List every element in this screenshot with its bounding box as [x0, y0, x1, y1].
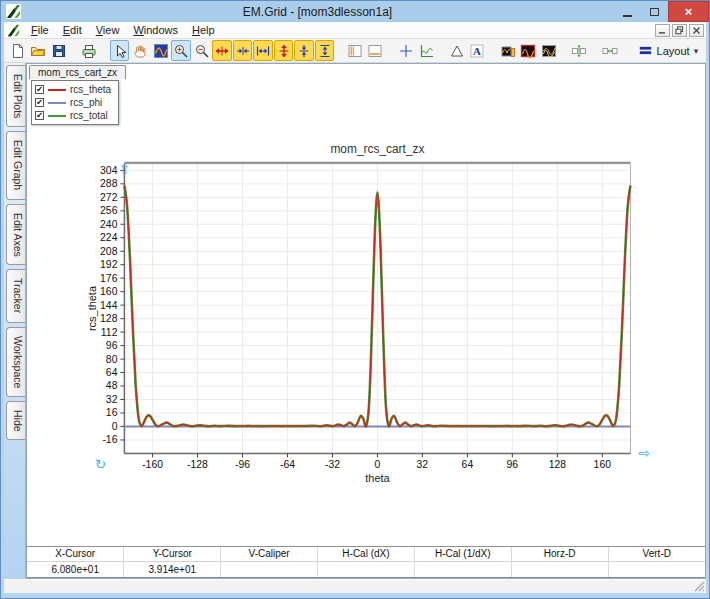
- x-tick-label: 160: [594, 459, 612, 470]
- layout-button[interactable]: Layout▾: [631, 40, 706, 61]
- cursor-readout-table: X-CursorY-CursorV-CaliperH-Cal (dX)H-Cal…: [27, 546, 705, 578]
- pointer-icon: [112, 43, 128, 59]
- mdi-restore-button[interactable]: [672, 24, 687, 37]
- dock-tabstrip: Edit PlotsEdit GraphEdit AxesTrackerWork…: [4, 63, 26, 579]
- legend-checkbox-rcs_theta[interactable]: ✔: [35, 85, 44, 94]
- edit-plot-button[interactable]: [498, 40, 517, 61]
- h-fit-button[interactable]: [253, 40, 272, 61]
- document-tab[interactable]: mom_rcs_cart_zx: [29, 65, 126, 79]
- v-fit-button[interactable]: [315, 40, 334, 61]
- cursor-col-value: [414, 561, 511, 577]
- v-expand-button[interactable]: [274, 40, 293, 61]
- plot-title: mom_rcs_cart_zx: [330, 142, 424, 156]
- redraw-button[interactable]: [151, 40, 170, 61]
- crosshair-button[interactable]: [396, 40, 415, 61]
- cursor-col-value: 3.914e+01: [124, 561, 221, 577]
- legend-line-sample: [48, 115, 66, 117]
- resize-grip-icon[interactable]: [694, 581, 705, 592]
- curve-tracker-icon: [418, 43, 434, 59]
- y-tick-label: 144: [100, 300, 118, 311]
- redraw-icon: [153, 43, 169, 59]
- maximize-button[interactable]: [641, 2, 668, 22]
- menu-item-help[interactable]: Help: [185, 23, 222, 37]
- dropdown-caret-icon: ▾: [694, 46, 699, 56]
- legend-checkbox-rcs_total[interactable]: ✔: [35, 111, 44, 120]
- legend-row: ✔rcs_theta: [35, 83, 111, 96]
- h-compress-button[interactable]: [233, 40, 252, 61]
- match-horizontal-button[interactable]: [600, 40, 619, 61]
- close-button[interactable]: ×: [668, 1, 709, 22]
- v-fit-icon: [317, 43, 333, 59]
- plot-svg[interactable]: -160163248648096112128144160176192208224…: [27, 79, 705, 546]
- x-tick-label: 128: [549, 459, 567, 470]
- v-compress-button[interactable]: [294, 40, 313, 61]
- match-vertical-button[interactable]: [570, 40, 589, 61]
- plot-style-icon: [520, 43, 536, 59]
- menu-item-edit[interactable]: Edit: [56, 23, 89, 37]
- zoom-in-button[interactable]: [171, 40, 190, 61]
- x-tick-label: 0: [375, 459, 381, 470]
- menu-items: FileEditViewWindowsHelp: [24, 23, 222, 37]
- h-fit-icon: [255, 43, 271, 59]
- legend-label: rcs_phi: [70, 97, 102, 108]
- plot-style-button[interactable]: [519, 40, 538, 61]
- y-tick-label: 64: [106, 367, 118, 378]
- document-tabstrip: mom_rcs_cart_zx: [27, 64, 705, 79]
- legend-box: ✔rcs_theta✔rcs_phi✔rcs_total: [31, 80, 119, 125]
- titlebar[interactable]: EM.Grid - [mom3dlesson1a] ×: [1, 1, 709, 22]
- cursor-col-header: Y-Cursor: [124, 547, 221, 561]
- split-vertical-button[interactable]: [345, 40, 364, 61]
- y-tick-label: 80: [106, 354, 118, 365]
- split-horizontal-button[interactable]: [366, 40, 385, 61]
- cursor-col-value: 6.080e+01: [27, 561, 124, 577]
- text-label-button[interactable]: A: [468, 40, 487, 61]
- zoom-out-button[interactable]: [192, 40, 211, 61]
- print-icon: [81, 43, 97, 59]
- mdi-window-buttons: [655, 24, 706, 37]
- dock-tab-hide[interactable]: Hide: [6, 401, 25, 441]
- new-button[interactable]: [8, 40, 27, 61]
- cursor-col-header: V-Caliper: [221, 547, 318, 561]
- y-tick-label: 32: [106, 394, 118, 405]
- x-tick-label: -96: [235, 459, 250, 470]
- pan-icon: [132, 43, 148, 59]
- statusbar: [4, 579, 706, 593]
- menu-item-view[interactable]: View: [89, 23, 127, 37]
- mdi-close-button[interactable]: [689, 24, 704, 37]
- h-expand-icon: [214, 43, 230, 59]
- plot-canvas[interactable]: ✔rcs_theta✔rcs_phi✔rcs_total -1601632486…: [27, 79, 705, 546]
- menu-item-file[interactable]: File: [24, 23, 56, 37]
- y-tick-label: 256: [100, 205, 118, 216]
- dock-tab-edit-graph[interactable]: Edit Graph: [6, 131, 25, 199]
- caliper-icon: [449, 43, 465, 59]
- dock-tab-tracker[interactable]: Tracker: [6, 269, 25, 322]
- dock-tab-workspace[interactable]: Workspace: [6, 327, 25, 397]
- v-expand-icon: [276, 43, 292, 59]
- dock-tab-edit-axes[interactable]: Edit Axes: [6, 204, 25, 266]
- h-expand-button[interactable]: [212, 40, 231, 61]
- pan-button[interactable]: [130, 40, 149, 61]
- x-tick-label: -64: [280, 459, 295, 470]
- y-tick-label: 288: [100, 178, 118, 189]
- open-icon: [30, 43, 46, 59]
- legend-checkbox-rcs_phi[interactable]: ✔: [35, 98, 44, 107]
- menu-item-windows[interactable]: Windows: [126, 23, 185, 37]
- dock-tab-edit-plots[interactable]: Edit Plots: [6, 65, 25, 127]
- plot-overlay-button[interactable]: [539, 40, 558, 61]
- open-button[interactable]: [28, 40, 47, 61]
- caliper-button[interactable]: [447, 40, 466, 61]
- axis-corner-handle-icon: ↻: [95, 456, 107, 472]
- new-icon: [10, 43, 26, 59]
- layout-icon: [638, 44, 653, 57]
- h-compress-icon: [235, 43, 251, 59]
- save-button[interactable]: [49, 40, 68, 61]
- pointer-button[interactable]: [110, 40, 129, 61]
- minimize-button[interactable]: [614, 2, 641, 22]
- graph-client: mom_rcs_cart_zx ✔rcs_theta✔rcs_phi✔rcs_t…: [26, 63, 706, 579]
- curve-tracker-button[interactable]: [417, 40, 436, 61]
- mdi-minimize-button[interactable]: [655, 24, 670, 37]
- print-button[interactable]: [79, 40, 98, 61]
- y-tick-label: 48: [106, 380, 118, 391]
- y-tick-label: 240: [100, 219, 118, 230]
- document-logo-icon[interactable]: [7, 24, 20, 37]
